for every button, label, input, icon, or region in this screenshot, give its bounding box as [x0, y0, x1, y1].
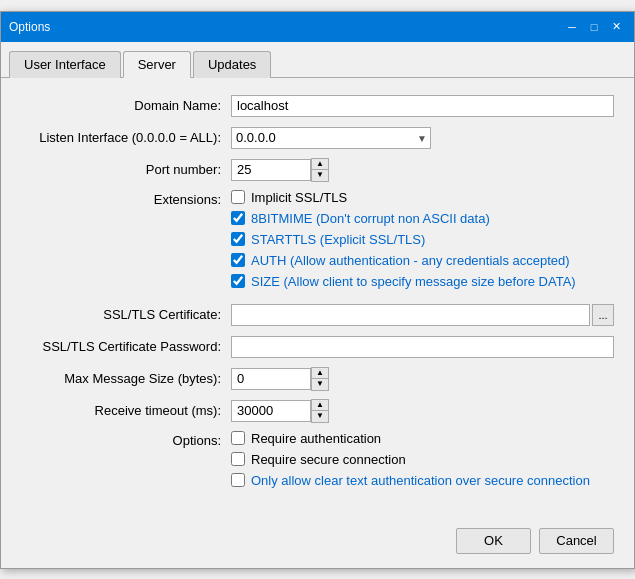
listen-interface-label: Listen Interface (0.0.0.0 = ALL):: [21, 130, 231, 145]
ext-auth-checkbox[interactable]: [231, 253, 245, 267]
listen-interface-control: 0.0.0.0 ▼: [231, 127, 614, 149]
receive-timeout-control: ▲ ▼: [231, 399, 614, 423]
listen-interface-select[interactable]: 0.0.0.0: [231, 127, 431, 149]
max-message-input[interactable]: [231, 368, 311, 390]
ext-implicit-label: Implicit SSL/TLS: [251, 190, 347, 205]
ext-size-checkbox[interactable]: [231, 274, 245, 288]
max-message-control: ▲ ▼: [231, 367, 614, 391]
max-message-spinner: ▲ ▼: [231, 367, 329, 391]
max-message-label: Max Message Size (bytes):: [21, 371, 231, 386]
receive-timeout-row: Receive timeout (ms): ▲ ▼: [21, 399, 614, 423]
ssl-cert-row: SSL/TLS Certificate: ...: [21, 303, 614, 327]
extensions-label: Extensions:: [21, 190, 231, 207]
ext-size-row: SIZE (Allow client to specify message si…: [231, 274, 614, 289]
ext-auth-row: AUTH (Allow authentication - any credent…: [231, 253, 614, 268]
port-number-up-button[interactable]: ▲: [312, 159, 328, 170]
max-message-up-button[interactable]: ▲: [312, 368, 328, 379]
port-number-spinner: ▲ ▼: [231, 158, 329, 182]
minimize-button[interactable]: ─: [562, 18, 582, 36]
domain-name-row: Domain Name:: [21, 94, 614, 118]
ext-size-label: SIZE (Allow client to specify message si…: [251, 274, 576, 289]
port-number-control: ▲ ▼: [231, 158, 614, 182]
ssl-cert-pass-row: SSL/TLS Certificate Password:: [21, 335, 614, 359]
ssl-cert-input[interactable]: [231, 304, 590, 326]
cancel-button[interactable]: Cancel: [539, 528, 614, 554]
ext-implicit-row: Implicit SSL/TLS: [231, 190, 614, 205]
ext-starttls-checkbox[interactable]: [231, 232, 245, 246]
tab-user-interface[interactable]: User Interface: [9, 51, 121, 78]
receive-timeout-spinner-btns: ▲ ▼: [311, 399, 329, 423]
opt-clear-text-row: Only allow clear text authentication ove…: [231, 473, 614, 488]
ssl-cert-pass-control: [231, 336, 614, 358]
port-number-spinner-btns: ▲ ▼: [311, 158, 329, 182]
receive-timeout-up-button[interactable]: ▲: [312, 400, 328, 411]
dialog-footer: OK Cancel: [1, 518, 634, 568]
ext-implicit-checkbox[interactable]: [231, 190, 245, 204]
ext-8bitmime-label: 8BITMIME (Don't corrupt non ASCII data): [251, 211, 490, 226]
options-row: Options: Require authentication Require …: [21, 431, 614, 494]
tab-bar: User Interface Server Updates: [1, 42, 634, 78]
opt-clear-text-label: Only allow clear text authentication ove…: [251, 473, 590, 488]
close-button[interactable]: ✕: [606, 18, 626, 36]
listen-interface-row: Listen Interface (0.0.0.0 = ALL): 0.0.0.…: [21, 126, 614, 150]
ssl-cert-pass-label: SSL/TLS Certificate Password:: [21, 339, 231, 354]
receive-timeout-input[interactable]: [231, 400, 311, 422]
max-message-row: Max Message Size (bytes): ▲ ▼: [21, 367, 614, 391]
opt-require-secure-checkbox[interactable]: [231, 452, 245, 466]
ext-8bitmime-row: 8BITMIME (Don't corrupt non ASCII data): [231, 211, 614, 226]
port-number-row: Port number: ▲ ▼: [21, 158, 614, 182]
max-message-spinner-btns: ▲ ▼: [311, 367, 329, 391]
receive-timeout-down-button[interactable]: ▼: [312, 411, 328, 422]
ext-starttls-label: STARTTLS (Explicit SSL/TLS): [251, 232, 425, 247]
extensions-row: Extensions: Implicit SSL/TLS 8BITMIME (D…: [21, 190, 614, 295]
ssl-cert-browse-button[interactable]: ...: [592, 304, 614, 326]
options-checkboxes: Require authentication Require secure co…: [231, 431, 614, 494]
opt-clear-text-checkbox[interactable]: [231, 473, 245, 487]
options-label: Options:: [21, 431, 231, 448]
port-number-input[interactable]: [231, 159, 311, 181]
ssl-cert-label: SSL/TLS Certificate:: [21, 307, 231, 322]
options-window: Options ─ □ ✕ User Interface Server Upda…: [0, 11, 635, 569]
opt-require-auth-row: Require authentication: [231, 431, 614, 446]
opt-require-secure-label: Require secure connection: [251, 452, 406, 467]
max-message-down-button[interactable]: ▼: [312, 379, 328, 390]
domain-name-control: [231, 95, 614, 117]
tab-content: Domain Name: Listen Interface (0.0.0.0 =…: [1, 78, 634, 518]
title-bar: Options ─ □ ✕: [1, 12, 634, 42]
domain-name-label: Domain Name:: [21, 98, 231, 113]
ssl-cert-control: ...: [231, 304, 614, 326]
tab-updates[interactable]: Updates: [193, 51, 271, 78]
window-title: Options: [9, 20, 50, 34]
tab-server[interactable]: Server: [123, 51, 191, 78]
port-number-down-button[interactable]: ▼: [312, 170, 328, 181]
ext-auth-label: AUTH (Allow authentication - any credent…: [251, 253, 570, 268]
listen-interface-select-wrapper: 0.0.0.0 ▼: [231, 127, 431, 149]
window-controls: ─ □ ✕: [562, 18, 626, 36]
opt-require-secure-row: Require secure connection: [231, 452, 614, 467]
ssl-cert-input-area: ...: [231, 304, 614, 326]
ext-8bitmime-checkbox[interactable]: [231, 211, 245, 225]
ext-starttls-row: STARTTLS (Explicit SSL/TLS): [231, 232, 614, 247]
ssl-cert-pass-input[interactable]: [231, 336, 614, 358]
maximize-button[interactable]: □: [584, 18, 604, 36]
domain-name-input[interactable]: [231, 95, 614, 117]
opt-require-auth-label: Require authentication: [251, 431, 381, 446]
receive-timeout-label: Receive timeout (ms):: [21, 403, 231, 418]
opt-require-auth-checkbox[interactable]: [231, 431, 245, 445]
port-number-label: Port number:: [21, 162, 231, 177]
extensions-checkboxes: Implicit SSL/TLS 8BITMIME (Don't corrupt…: [231, 190, 614, 295]
ok-button[interactable]: OK: [456, 528, 531, 554]
receive-timeout-spinner: ▲ ▼: [231, 399, 329, 423]
